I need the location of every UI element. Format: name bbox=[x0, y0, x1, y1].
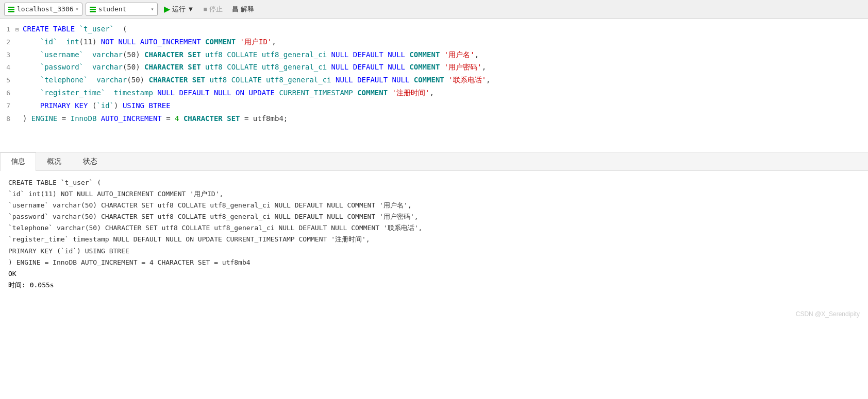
code-editor[interactable]: 1 ⊟ CREATE TABLE `t_user` ( 2 `id` int(1… bbox=[0, 19, 868, 152]
result-line-1: CREATE TABLE `t_user` ( bbox=[8, 177, 860, 188]
explain-button[interactable]: 昌 解释 bbox=[229, 4, 257, 15]
code-line-1: 1 ⊟ CREATE TABLE `t_user` ( bbox=[0, 23, 868, 36]
svg-rect-4 bbox=[90, 9, 96, 10]
database-dropdown-arrow: ▾ bbox=[151, 6, 154, 12]
tab-status[interactable]: 状态 bbox=[72, 152, 108, 170]
svg-rect-0 bbox=[8, 7, 14, 8]
code-line-4: 4 `password` varchar(50) CHARACTER SET u… bbox=[0, 61, 868, 74]
result-line-3: `username` varchar(50) CHARACTER SET utf… bbox=[8, 200, 860, 211]
code-line-7: 7 PRIMARY KEY (`id`) USING BTREE bbox=[0, 99, 868, 112]
stop-button[interactable]: ■ 停止 bbox=[200, 4, 226, 15]
svg-rect-5 bbox=[90, 11, 96, 12]
database-label: student bbox=[98, 5, 149, 13]
watermark: CSDN @X_Serendipity bbox=[796, 309, 860, 319]
code-line-3: 3 `username` varchar(50) CHARACTER SET u… bbox=[0, 48, 868, 61]
result-ok: OK bbox=[8, 268, 860, 280]
code-line-2: 2 `id` int(11) NOT NULL AUTO_INCREMENT C… bbox=[0, 36, 868, 48]
database-select[interactable]: student ▾ bbox=[86, 3, 158, 16]
code-line-8: 8 ) ENGINE = InnoDB AUTO_INCREMENT = 4 C… bbox=[0, 112, 868, 125]
result-line-6: `register_time` timestamp NULL DEFAULT N… bbox=[8, 234, 860, 245]
server-dropdown-arrow: ▾ bbox=[76, 6, 79, 12]
result-time: 时间: 0.055s bbox=[8, 280, 860, 291]
svg-rect-3 bbox=[90, 7, 96, 8]
tab-info[interactable]: 信息 bbox=[0, 152, 36, 171]
explain-icon: 昌 bbox=[232, 5, 239, 14]
run-dropdown-arrow: ▼ bbox=[188, 5, 194, 13]
server-label: localhost_3306 bbox=[17, 5, 74, 13]
result-area: CREATE TABLE `t_user` ( `id` int(11) NOT… bbox=[0, 171, 868, 325]
stop-label: 停止 bbox=[209, 5, 223, 14]
result-line-2: `id` int(11) NOT NULL AUTO_INCREMENT COM… bbox=[8, 188, 860, 200]
server-select[interactable]: localhost_3306 ▾ bbox=[4, 3, 82, 16]
run-button[interactable]: ▶ 运行 ▼ bbox=[161, 3, 197, 15]
stop-icon: ■ bbox=[203, 5, 207, 13]
database-icon bbox=[89, 6, 96, 13]
explain-label: 解释 bbox=[241, 5, 254, 14]
toolbar: localhost_3306 ▾ student ▾ ▶ 运行 ▼ ■ 停止 昌… bbox=[0, 0, 868, 19]
result-line-4: `password` varchar(50) CHARACTER SET utf… bbox=[8, 211, 860, 222]
result-tabs: 信息 概况 状态 bbox=[0, 152, 868, 171]
tab-overview[interactable]: 概况 bbox=[36, 152, 72, 170]
result-line-7: PRIMARY KEY (`id`) USING BTREE bbox=[8, 246, 860, 257]
svg-rect-2 bbox=[8, 11, 14, 12]
server-icon bbox=[8, 6, 15, 13]
play-icon: ▶ bbox=[164, 4, 170, 14]
result-line-5: `telephone` varchar(50) CHARACTER SET ut… bbox=[8, 222, 860, 234]
svg-rect-1 bbox=[8, 9, 14, 10]
result-line-8: ) ENGINE = InnoDB AUTO_INCREMENT = 4 CHA… bbox=[8, 257, 860, 268]
run-label: 运行 bbox=[172, 5, 186, 14]
code-line-6: 6 `register_time` timestamp NULL DEFAULT… bbox=[0, 86, 868, 99]
code-line-5: 5 `telephone` varchar(50) CHARACTER SET … bbox=[0, 74, 868, 86]
